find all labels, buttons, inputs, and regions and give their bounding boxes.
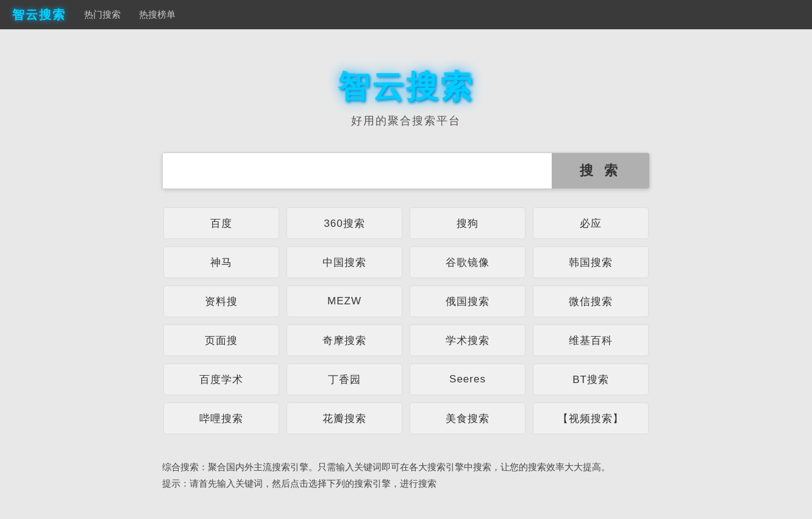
engine-btn-seeres[interactable]: Seeres — [410, 363, 525, 395]
navbar: 智云搜索 热门搜索 热搜榜单 — [0, 0, 812, 29]
engine-btn-baidu[interactable]: 百度 — [163, 207, 279, 239]
search-button[interactable]: 搜 索 — [552, 153, 649, 188]
engine-btn-qimo-search[interactable]: 奇摩搜索 — [287, 324, 402, 356]
engine-btn-wikipedia[interactable]: 维基百科 — [533, 324, 649, 356]
description-line2: 提示：请首先输入关键词，然后点击选择下列的搜索引擎，进行搜索 — [162, 475, 650, 492]
engine-btn-bt-search[interactable]: BT搜索 — [533, 363, 649, 395]
engine-btn-bilibili-search[interactable]: 哔哩搜索 — [163, 403, 279, 434]
engine-btn-china-search[interactable]: 中国搜索 — [287, 246, 402, 278]
engine-btn-academic-search[interactable]: 学术搜索 — [410, 324, 525, 356]
description: 综合搜索：聚合国内外主流搜索引擎。只需输入关键词即可在各大搜索引擎中搜索，让您的… — [162, 459, 650, 492]
engine-btn-360-search[interactable]: 360搜索 — [287, 207, 402, 239]
description-line1: 综合搜索：聚合国内外主流搜索引擎。只需输入关键词即可在各大搜索引擎中搜索，让您的… — [162, 459, 650, 475]
engine-btn-huaban-search[interactable]: 花瓣搜索 — [287, 403, 402, 434]
engine-btn-bing[interactable]: 必应 — [533, 207, 649, 239]
engine-btn-food-search[interactable]: 美食搜索 — [410, 403, 525, 434]
engine-btn-dingxiangyuan[interactable]: 丁香园 — [287, 363, 402, 395]
engine-btn-google-mirror[interactable]: 谷歌镜像 — [410, 246, 525, 278]
navbar-logo[interactable]: 智云搜索 — [12, 7, 66, 23]
engine-btn-page-search[interactable]: 页面搜 — [163, 324, 279, 356]
search-container: 搜 索 — [162, 152, 650, 189]
engine-btn-shenma[interactable]: 神马 — [163, 246, 279, 278]
engine-btn-baidu-academic[interactable]: 百度学术 — [163, 363, 279, 395]
engines-grid: 百度360搜索搜狗必应神马中国搜索谷歌镜像韩国搜索资料搜MEZW俄国搜索微信搜索… — [163, 207, 649, 434]
hero-subtitle: 好用的聚合搜索平台 — [351, 113, 461, 128]
search-input[interactable] — [163, 153, 552, 188]
engine-btn-wechat-search[interactable]: 微信搜索 — [533, 285, 649, 317]
nav-hot-search[interactable]: 热门搜索 — [84, 9, 121, 21]
engine-btn-sogou[interactable]: 搜狗 — [410, 207, 525, 239]
engine-btn-mezw[interactable]: MEZW — [287, 285, 402, 317]
hero-title: 智云搜索 — [338, 66, 474, 109]
nav-hot-ranking[interactable]: 热搜榜单 — [139, 9, 176, 21]
main-content: 智云搜索 好用的聚合搜索平台 搜 索 百度360搜索搜狗必应神马中国搜索谷歌镜像… — [0, 29, 812, 492]
engine-btn-korea-search[interactable]: 韩国搜索 — [533, 246, 649, 278]
engine-btn-data-search[interactable]: 资料搜 — [163, 285, 279, 317]
engine-btn-video-search[interactable]: 【视频搜索】 — [533, 403, 649, 434]
engine-btn-russia-search[interactable]: 俄国搜索 — [410, 285, 525, 317]
